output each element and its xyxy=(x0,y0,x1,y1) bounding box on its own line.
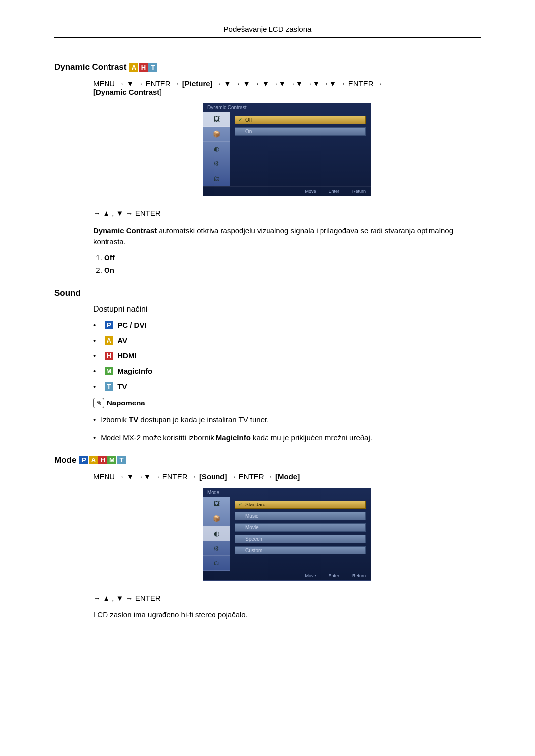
badge-a-icon: A xyxy=(89,456,98,464)
badge-t-icon: T xyxy=(117,456,126,464)
section-body-mode: MENU → ▼ →▼ → ENTER → [Sound] → ENTER → … xyxy=(93,472,481,621)
nav-path: MENU → ▼ → ENTER → [Picture] → ▼ → ▼ → ▼… xyxy=(93,79,481,96)
osd-options: ✔Standard Music Movie Speech Custom xyxy=(230,497,371,571)
osd-option: Custom xyxy=(235,546,366,554)
list-item: PPC / DVI xyxy=(93,321,481,329)
osd-body: 🖼 📦 ◐ ⚙ 🗂 ✔Standard Music Movie Speech C… xyxy=(203,497,371,571)
nav-mid: → ▼ → ▼ → ▼ →▼ →▼ →▼ →▼ → ENTER → xyxy=(213,79,383,88)
osd-footer: Move Enter Return xyxy=(203,186,371,196)
page-title: Podešavanje LCD zaslona xyxy=(224,25,312,33)
section-title-dynamic-contrast: Dynamic Contrast A H T xyxy=(54,62,481,72)
list-item: Off xyxy=(104,253,481,262)
badge-a-icon: A xyxy=(105,336,113,345)
desc-bold: Dynamic Contrast xyxy=(93,226,157,235)
osd-options: ✔Off On xyxy=(230,112,371,186)
heading-text: Dynamic Contrast xyxy=(54,62,126,72)
osd-foot-return: Return xyxy=(346,573,366,578)
osd-side-icon: 📦 xyxy=(203,511,230,526)
osd-image-mode: Mode 🖼 📦 ◐ ⚙ 🗂 ✔Standard Music Movie Spe… xyxy=(93,488,481,581)
osd-side-icon: 🖼 xyxy=(203,112,230,127)
note-heading: ✎ Napomena xyxy=(93,398,481,408)
osd-side-icon: ⚙ xyxy=(203,541,230,556)
nav-after: → ▲ , ▼ → ENTER xyxy=(93,593,481,604)
osd-sidebar: 🖼 📦 ◐ ⚙ 🗂 xyxy=(203,497,230,571)
osd-panel: Dynamic Contrast 🖼 📦 ◐ ⚙ 🗂 ✔Off On xyxy=(203,103,371,196)
section-title-mode: Mode P A H M T xyxy=(54,455,481,465)
notes-list: Izbornik TV dostupan je kada je instalir… xyxy=(93,414,481,444)
nav-path: MENU → ▼ →▼ → ENTER → [Sound] → ENTER → … xyxy=(93,472,481,481)
osd-side-icon: ◐ xyxy=(203,526,230,541)
section-body-dynamic-contrast: MENU → ▼ → ENTER → [Picture] → ▼ → ▼ → ▼… xyxy=(93,79,481,274)
nav-pre: MENU → ▼ → ENTER → xyxy=(93,79,182,88)
osd-panel: Mode 🖼 📦 ◐ ⚙ 🗂 ✔Standard Music Movie Spe… xyxy=(203,488,371,581)
badge-m-icon: M xyxy=(107,456,116,464)
osd-side-icon: 🖼 xyxy=(203,497,230,511)
options-list: Off On xyxy=(93,253,481,274)
badge-h-icon: H xyxy=(139,63,148,72)
osd-option: Speech xyxy=(235,535,366,543)
mode-badges: P A H M T xyxy=(79,456,126,464)
osd-foot-return: Return xyxy=(346,189,366,194)
heading-text: Mode xyxy=(54,455,76,465)
list-item: Model MX-2 može koristiti izbornik Magic… xyxy=(93,432,481,444)
osd-side-icon: 📦 xyxy=(203,127,230,142)
list-item: On xyxy=(104,266,481,274)
mode-label: TV xyxy=(117,382,127,391)
osd-side-icon: ⚙ xyxy=(203,156,230,171)
list-item: Izbornik TV dostupan je kada je instalir… xyxy=(93,414,481,426)
badge-p-icon: P xyxy=(105,321,113,329)
osd-option: ✔Standard xyxy=(235,501,366,509)
osd-foot-enter: Enter xyxy=(322,573,339,578)
osd-title: Mode xyxy=(203,488,371,497)
osd-foot-move: Move xyxy=(299,573,316,578)
badge-t-icon: T xyxy=(148,63,157,72)
osd-foot-move: Move xyxy=(299,189,316,194)
badge-h-icon: H xyxy=(98,456,107,464)
mode-label: HDMI xyxy=(117,352,136,360)
note-label: Napomena xyxy=(107,399,145,407)
subheading-modes: Dostupni načini xyxy=(93,305,481,314)
osd-foot-enter: Enter xyxy=(322,189,339,194)
list-item: HHDMI xyxy=(93,352,481,360)
osd-side-icon: 🗂 xyxy=(203,171,230,186)
description: LCD zaslon ima ugrađeno hi-fi stereo poj… xyxy=(93,609,481,621)
osd-body: 🖼 📦 ◐ ⚙ 🗂 ✔Off On xyxy=(203,112,371,186)
list-item: TTV xyxy=(93,382,481,391)
mode-badges: A H T xyxy=(129,63,157,72)
badge-m-icon: M xyxy=(105,367,113,375)
osd-footer: Move Enter Return xyxy=(203,571,371,580)
nav-after: → ▲ , ▼ → ENTER xyxy=(93,208,481,219)
page-content: Dynamic Contrast A H T MENU → ▼ → ENTER … xyxy=(54,38,481,621)
page-header: Podešavanje LCD zaslona xyxy=(54,25,481,33)
osd-option-off: ✔Off xyxy=(235,116,366,124)
list-item: AAV xyxy=(93,336,481,345)
list-item: MMagicInfo xyxy=(93,367,481,375)
osd-option: Music xyxy=(235,512,366,520)
divider-bottom xyxy=(54,636,481,636)
badge-a-icon: A xyxy=(129,63,138,72)
badge-t-icon: T xyxy=(105,382,113,391)
nav-picture: [Picture] xyxy=(182,79,213,88)
badge-p-icon: P xyxy=(79,456,88,464)
mode-label: PC / DVI xyxy=(117,321,146,329)
section-title-sound: Sound xyxy=(54,288,481,298)
osd-title: Dynamic Contrast xyxy=(203,103,371,112)
badge-h-icon: H xyxy=(105,352,113,360)
osd-side-icon: ◐ xyxy=(203,142,230,156)
modes-list: PPC / DVI AAV HHDMI MMagicInfo TTV xyxy=(93,321,481,391)
description: Dynamic Contrast automatski otkriva rasp… xyxy=(93,225,481,248)
note-icon: ✎ xyxy=(93,398,104,408)
osd-option-on: On xyxy=(235,127,366,136)
mode-label: AV xyxy=(117,336,127,345)
osd-side-icon: 🗂 xyxy=(203,556,230,571)
nav-target: [Dynamic Contrast] xyxy=(93,88,161,96)
osd-option: Movie xyxy=(235,523,366,532)
mode-label: MagicInfo xyxy=(117,367,152,375)
osd-sidebar: 🖼 📦 ◐ ⚙ 🗂 xyxy=(203,112,230,186)
section-body-sound: Dostupni načini PPC / DVI AAV HHDMI MMag… xyxy=(93,305,481,444)
osd-image-dynamic-contrast: Dynamic Contrast 🖼 📦 ◐ ⚙ 🗂 ✔Off On xyxy=(93,103,481,196)
heading-text: Sound xyxy=(54,288,81,298)
